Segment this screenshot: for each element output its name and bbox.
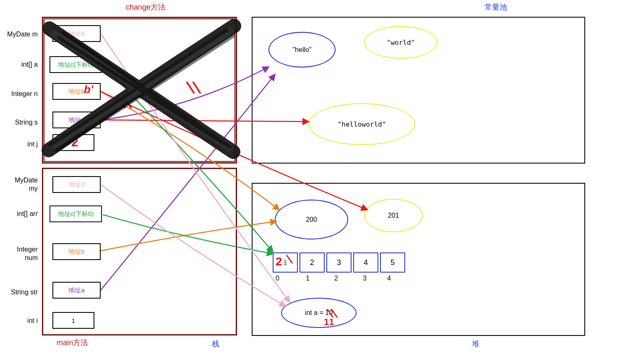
array-cell-3: 4 — [353, 252, 378, 273]
idx-2: 2 — [334, 275, 338, 282]
idx-1: 1 — [306, 275, 310, 282]
title-main: main方法 — [57, 338, 88, 348]
annot-mydate-11: 11 — [324, 317, 334, 328]
idx-3: 3 — [363, 275, 367, 282]
title-change: change方法 — [126, 2, 166, 12]
ellipse-world: "world" — [364, 26, 438, 59]
ellipse-hello: "hello" — [268, 32, 336, 68]
label-n: Integer n — [0, 90, 38, 98]
array-cell-1: 2 — [300, 252, 325, 273]
box-m: 地址d — [52, 25, 101, 42]
label-a: int[] a — [0, 61, 38, 68]
title-stack: 栈 — [212, 339, 219, 349]
label-j: int j — [0, 140, 38, 148]
idx-4: 4 — [387, 275, 391, 282]
ellipse-helloworld: "helloworld" — [308, 103, 415, 145]
title-const-pool: 常量池 — [485, 2, 507, 12]
title-heap: 堆 — [472, 339, 479, 349]
array-cell-2: 3 — [326, 252, 352, 273]
label-m: MyDate m — [0, 31, 38, 38]
box-i: 1 — [52, 312, 94, 329]
box-str: 地址a — [52, 282, 101, 299]
box-my: 地址d — [52, 176, 101, 193]
label-s: String s — [0, 119, 38, 126]
label-str: String str — [0, 289, 38, 296]
annot-b-prime: b' — [84, 83, 93, 96]
box-num: 地址b — [52, 243, 101, 260]
label-num: Integernum — [0, 245, 38, 262]
box-arr: 地址c(下标0) — [49, 205, 102, 222]
diagram-root: change方法 常量池 MyDate m int[] a Integer n … — [0, 0, 633, 364]
box-s: 地址a — [52, 112, 101, 128]
ellipse-201: 201 — [364, 199, 423, 232]
array-cell-4: 5 — [380, 252, 405, 273]
label-i: int i — [0, 317, 38, 325]
ellipse-mydate: int a = 10 — [281, 298, 357, 328]
annot-j-2: 2 — [71, 135, 78, 149]
box-n: 地址b — [52, 83, 101, 100]
label-arr: int[] arr — [0, 210, 38, 218]
annot-arr0-2: 2 — [276, 255, 282, 268]
box-a: 地址c(下标0) — [49, 56, 102, 73]
label-my: MyDatemy — [0, 176, 38, 193]
ellipse-200: 200 — [275, 200, 348, 239]
idx-0: 0 — [276, 275, 279, 282]
